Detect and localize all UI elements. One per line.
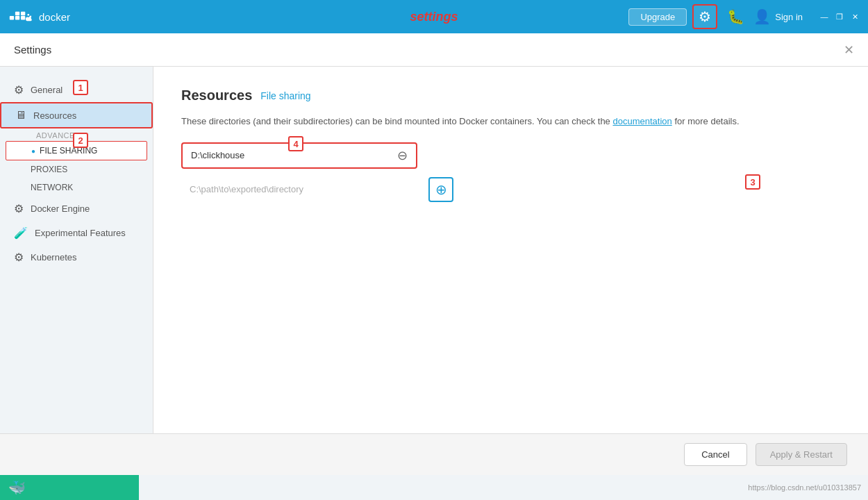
annotation-3: 3 (745, 174, 760, 190)
experimental-label: Experimental Features (35, 228, 126, 238)
bug-icon[interactable]: 🐛 (723, 4, 748, 29)
svg-rect-4 (15, 12, 19, 15)
signin-button[interactable]: 👤 Sign in (753, 8, 803, 25)
signin-label: Sign in (775, 12, 803, 22)
footer: Cancel Apply & Restart (0, 433, 868, 475)
network-label: NETWORK (31, 183, 73, 192)
file-path-input[interactable] (191, 150, 397, 160)
svg-rect-0 (10, 16, 14, 19)
apply-restart-button[interactable]: Apply & Restart (756, 443, 847, 466)
file-add-row: C:\path\to\exported\directory ⊕ (181, 177, 840, 202)
proxies-label: PROXIES (31, 165, 67, 174)
kubernetes-icon: ⚙ (14, 251, 24, 264)
docker-engine-icon: ⚙ (14, 202, 24, 215)
close-button[interactable]: ✕ (850, 12, 860, 22)
main-layout: ⚙ General 🖥 Resources ADVANCED ● FILE SH… (0, 67, 868, 458)
file-sharing-label: FILE SHARING (40, 146, 97, 156)
titlebar-right: Upgrade ⚙ 🐛 👤 Sign in — ❒ ✕ (628, 4, 860, 29)
settings-header: Settings ✕ (0, 33, 868, 67)
file-sharing-bullet: ● (31, 147, 35, 155)
gear-button[interactable]: ⚙ (692, 4, 717, 29)
docker-logo: docker (8, 7, 70, 26)
titlebar: docker settings Upgrade ⚙ 🐛 👤 Sign in — … (0, 0, 868, 33)
file-placeholder-text: C:\path\to\exported\directory (181, 180, 417, 199)
docker-logo-icon (8, 7, 33, 26)
description-end: for more details. (674, 116, 739, 126)
svg-rect-3 (21, 12, 25, 15)
add-directory-button[interactable]: ⊕ (428, 177, 453, 202)
resources-icon: 🖥 (15, 109, 26, 122)
content-heading: Resources (181, 88, 252, 103)
user-circle-icon: 👤 (753, 8, 771, 25)
sidebar-item-docker-engine[interactable]: ⚙ Docker Engine (0, 197, 153, 221)
docker-label: docker (39, 11, 70, 23)
experimental-icon: 🧪 (14, 226, 28, 240)
sidebar-item-kubernetes[interactable]: ⚙ Kubernetes (0, 245, 153, 269)
content-title: Resources File sharing (181, 88, 840, 103)
window-controls: — ❒ ✕ (819, 12, 860, 22)
maximize-button[interactable]: ❒ (835, 12, 844, 22)
svg-rect-1 (15, 16, 19, 19)
sidebar-item-proxies[interactable]: PROXIES (0, 160, 153, 178)
sidebar: ⚙ General 🖥 Resources ADVANCED ● FILE SH… (0, 67, 153, 458)
remove-entry-button[interactable]: ⊖ (397, 148, 408, 163)
settings-close-button[interactable]: ✕ (844, 42, 854, 58)
docker-engine-label: Docker Engine (31, 203, 90, 214)
status-url-text: https://blog.csdn.net/u010313857 (748, 483, 861, 492)
documentation-link[interactable]: documentation (612, 116, 671, 126)
taskbar-docker-icon: 🐳 (8, 479, 26, 496)
taskbar: 🐳 (0, 475, 139, 500)
sidebar-item-resources[interactable]: 🖥 Resources (0, 102, 153, 128)
content-area: Resources File sharing These directories… (153, 67, 868, 458)
description-text: These directories (and their subdirector… (181, 116, 610, 126)
content-description: These directories (and their subdirector… (181, 115, 840, 128)
minimize-button[interactable]: — (819, 12, 829, 22)
svg-rect-2 (21, 16, 25, 19)
settings-center-text: settings (410, 10, 458, 24)
sidebar-item-experimental[interactable]: 🧪 Experimental Features (0, 221, 153, 245)
cancel-button[interactable]: Cancel (684, 443, 746, 466)
upgrade-button[interactable]: Upgrade (628, 8, 687, 26)
content-subtitle: File sharing (260, 90, 310, 101)
resources-label: Resources (33, 110, 76, 121)
annotation-4: 4 (288, 136, 303, 151)
settings-center: settings (410, 10, 458, 24)
sidebar-item-network[interactable]: NETWORK (0, 178, 153, 197)
kubernetes-label: Kubernetes (31, 252, 77, 262)
settings-title: Settings (14, 44, 51, 56)
general-icon: ⚙ (14, 83, 24, 97)
annotation-1: 1 (73, 80, 88, 95)
annotation-2: 2 (73, 133, 88, 148)
statusbar-url: https://blog.csdn.net/u010313857 (741, 475, 868, 500)
general-label: General (31, 85, 62, 95)
svg-point-5 (27, 14, 29, 16)
